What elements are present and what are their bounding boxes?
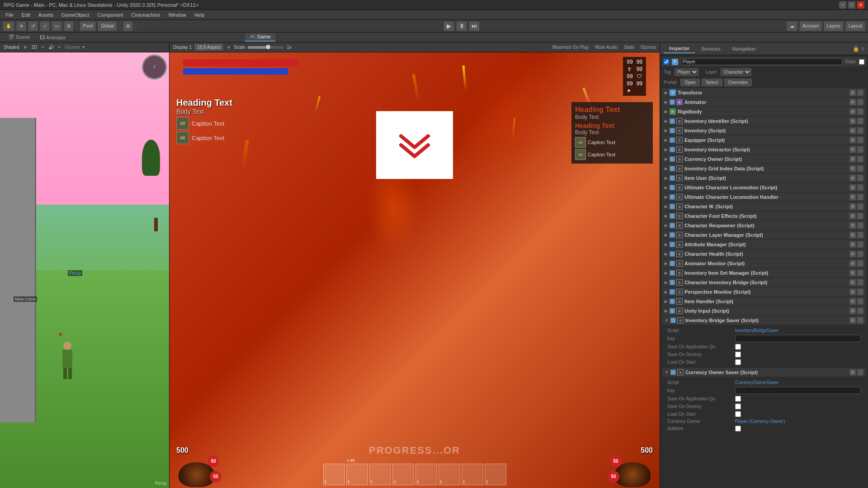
comp-inventory-id[interactable]: ▶ S Inventory Identifier (Script) ⚙⋮ — [662, 117, 866, 126]
btn-s11[interactable]: ⚙ — [849, 213, 856, 219]
animator-settings-btn[interactable]: ⚙ — [849, 99, 856, 105]
shaded-dropdown[interactable]: Shaded — [4, 45, 19, 50]
lighting-toggle[interactable]: ☀ — [41, 45, 45, 50]
btn-s3[interactable]: ⚙ — [849, 137, 856, 143]
rotate-tool[interactable]: ↺ — [28, 21, 38, 31]
object-active-toggle[interactable] — [664, 59, 669, 65]
layers-button[interactable]: Layers — [824, 21, 844, 31]
comp-currency-saver[interactable]: ▼ S Currency Owner Saver (Script) ⚙⋮ — [662, 368, 866, 377]
comp-char-ik[interactable]: ▶ S Character IK (Script) ⚙⋮ — [662, 202, 866, 211]
comp-item-set-mgr[interactable]: ▶ S Inventory Item Set Manager (Script) … — [662, 268, 866, 278]
animator-more-btn[interactable]: ⋮ — [857, 99, 863, 105]
cloud-button[interactable]: ☁ — [787, 21, 797, 31]
menu-window[interactable]: Window — [165, 11, 190, 19]
hud-slot-8[interactable]: 1 — [485, 464, 506, 485]
transform-more-btn[interactable]: ⋮ — [857, 89, 863, 96]
hud-slot-3[interactable]: 1 — [369, 464, 391, 485]
object-name-field[interactable] — [681, 58, 842, 65]
comp-inventory-interactor[interactable]: ▶ S Inventory Interactor (Script) ⚙⋮ — [662, 145, 866, 155]
rect-tool[interactable]: ▭ — [52, 21, 62, 31]
btn-s4[interactable]: ⚙ — [849, 146, 856, 153]
mute-audio-btn[interactable]: Mute Audio — [595, 45, 618, 50]
comp-persp-monitor[interactable]: ▶ S Perspective Monitor (Script) ⚙⋮ — [662, 287, 866, 297]
btn-s22b[interactable]: ⋮ — [857, 317, 863, 324]
fx-toggle[interactable]: ✦ — [57, 45, 61, 50]
comp-currency-owner[interactable]: ▶ S Currency Owner (Script) ⚙⋮ — [662, 155, 866, 164]
comp-layer-manager[interactable]: ▶ S Character Layer Manager (Script) ⚙⋮ — [662, 230, 866, 240]
menu-assets[interactable]: Assets — [35, 11, 57, 19]
comp-item-handler[interactable]: ▶ S Item Handler (Script) ⚙⋮ — [662, 297, 866, 306]
comp-item-user[interactable]: ▶ S Item User (Script) ⚙⋮ — [662, 174, 866, 183]
prefab-select-btn[interactable]: Select — [702, 79, 722, 86]
btn-s16b[interactable]: ⋮ — [857, 260, 863, 267]
gizmos-scene-btn[interactable]: Gizmos ▼ — [65, 45, 86, 50]
prefab-overrides-btn[interactable]: Overrides — [724, 79, 752, 86]
account-button[interactable]: Account — [799, 21, 822, 31]
animator-check[interactable] — [670, 99, 675, 105]
hud-slot-2[interactable]: 1 — [346, 464, 368, 485]
btn-s21b[interactable]: ⋮ — [857, 308, 863, 314]
tab-inspector[interactable]: Inspector — [664, 44, 695, 53]
gizmos-game-btn[interactable]: Gizmos — [641, 45, 656, 50]
btn-s7b[interactable]: ⋮ — [857, 175, 863, 181]
comp-char-inv-bridge[interactable]: ▶ S Character Inventory Bridge (Script) … — [662, 278, 866, 287]
comp-foot-effects[interactable]: ▶ S Character Foot Effects (Script) ⚙⋮ — [662, 211, 866, 221]
step-button[interactable]: ⏭ — [469, 21, 480, 31]
inspector-lock[interactable]: 🔒 — [853, 46, 859, 52]
rigidbody-settings-btn[interactable]: ⚙ — [849, 108, 856, 115]
btn-s1[interactable]: ⚙ — [849, 118, 856, 124]
display-dropdown[interactable]: Display 1 — [173, 45, 192, 50]
scale-tool[interactable]: ⤢ — [40, 21, 50, 31]
btn-s3b[interactable]: ⋮ — [857, 137, 863, 143]
btn-s6b[interactable]: ⋮ — [857, 165, 863, 172]
btn-s8b[interactable]: ⋮ — [857, 184, 863, 191]
cur-additive-check[interactable] — [735, 426, 741, 432]
play-button[interactable]: ▶ — [443, 21, 454, 31]
transform-tool[interactable]: ⊞ — [64, 21, 74, 31]
comp-inv-bridge-saver[interactable]: ▼ S Inventory Bridge Saver (Script) ⚙⋮ — [662, 316, 866, 325]
hand-tool[interactable]: ✋ — [3, 21, 14, 31]
btn-s15b[interactable]: ⋮ — [857, 251, 863, 257]
component-rigidbody[interactable]: ▶ R Rigidbody ⚙ ⋮ — [662, 107, 866, 117]
layer-dropdown[interactable]: Character — [721, 68, 751, 76]
comp-ult-loco[interactable]: ▶ S Ultimate Character Locomotion (Scrip… — [662, 183, 866, 192]
global-button[interactable]: Global — [98, 21, 117, 31]
btn-s6[interactable]: ⚙ — [849, 165, 856, 172]
menu-gameobject[interactable]: GameObject — [58, 11, 93, 19]
comp-equipper[interactable]: ▶ S Equipper (Script) ⚙⋮ — [662, 136, 866, 145]
btn-s2[interactable]: ⚙ — [849, 127, 856, 134]
btn-s19[interactable]: ⚙ — [849, 289, 856, 295]
aspect-dropdown[interactable]: 16:9 Aspect — [194, 44, 223, 51]
menu-cinemachine[interactable]: Cinemachine — [127, 11, 164, 19]
btn-s10[interactable]: ⚙ — [849, 203, 856, 210]
save-on-destroy-check[interactable] — [735, 352, 741, 357]
comp-respawner[interactable]: ▶ S Character Respawner (Script) ⚙⋮ — [662, 221, 866, 230]
tag-dropdown[interactable]: Player — [675, 68, 698, 76]
btn-s20b[interactable]: ⋮ — [857, 298, 863, 305]
tab-scene[interactable]: 🎬 Scene — [4, 33, 34, 41]
btn-s9[interactable]: ⚙ — [849, 194, 856, 200]
comp-char-health[interactable]: ▶ S Character Health (Script) ⚙⋮ — [662, 249, 866, 259]
pivot-button[interactable]: Pivot — [80, 21, 96, 31]
btn-s22[interactable]: ⚙ — [849, 317, 856, 324]
tab-services[interactable]: Services — [696, 45, 726, 53]
btn-s8[interactable]: ⚙ — [849, 184, 856, 191]
component-transform[interactable]: ▶ T Transform ⚙ ⋮ — [662, 88, 866, 98]
hud-slot-7[interactable]: 1 — [462, 464, 483, 485]
tab-game[interactable]: 🎮 Game — [245, 33, 275, 42]
btn-s5[interactable]: ⚙ — [849, 156, 856, 162]
btn-s15[interactable]: ⚙ — [849, 251, 856, 257]
cur-save-on-destroy-check[interactable] — [735, 404, 741, 409]
save-on-app-check[interactable] — [735, 344, 741, 350]
minimize-button[interactable]: − — [839, 1, 846, 9]
btn-s19b[interactable]: ⋮ — [857, 289, 863, 295]
hud-slot-4[interactable]: 1 — [392, 464, 414, 485]
comp-attr-manager[interactable]: ▶ S Attribute Manager (Script) ⚙⋮ — [662, 240, 866, 249]
btn-s21[interactable]: ⚙ — [849, 308, 856, 314]
btn-s16[interactable]: ⚙ — [849, 260, 856, 267]
btn-s23[interactable]: ⚙ — [849, 369, 856, 375]
inspector-menu[interactable]: ≡ — [861, 46, 864, 52]
scene-canvas[interactable]: Y Persp Persp Mine-Come — [0, 52, 169, 488]
stats-btn[interactable]: Stats — [624, 45, 634, 50]
btn-s12[interactable]: ⚙ — [849, 222, 856, 229]
